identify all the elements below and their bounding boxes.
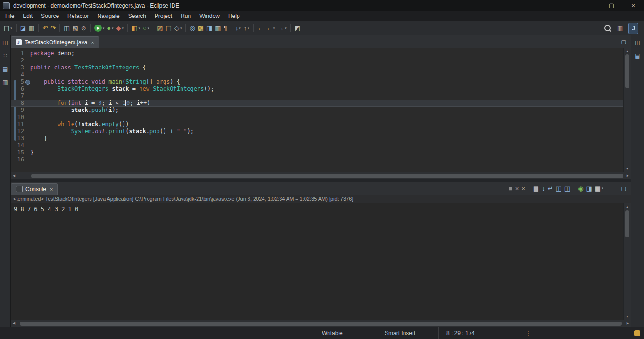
editor-hscrollbar[interactable]: ◀ ▶ bbox=[11, 172, 631, 179]
line-number[interactable]: 8 bbox=[11, 100, 24, 107]
line-number[interactable]: 7 bbox=[11, 93, 24, 100]
line-number[interactable]: 5 bbox=[11, 78, 24, 85]
scroll-down-icon[interactable]: ▼ bbox=[624, 166, 630, 172]
view-handle[interactable]: ∷ bbox=[3, 52, 7, 59]
line-number[interactable]: 1 bbox=[11, 50, 24, 57]
code-line[interactable]: 4 bbox=[11, 71, 623, 78]
open-console-button[interactable]: ▦▾ bbox=[594, 183, 604, 194]
code-line[interactable]: 11 while(!stack.empty()) bbox=[11, 121, 623, 128]
console-tab[interactable]: Console × bbox=[11, 183, 58, 195]
package-explorer-shortcut[interactable]: ▤ bbox=[2, 66, 8, 72]
new-wizard-button[interactable]: ▤▾ bbox=[3, 23, 13, 34]
line-number[interactable]: 14 bbox=[11, 142, 24, 149]
print-button[interactable]: ▦ bbox=[28, 23, 35, 34]
undo-button[interactable]: ↶ bbox=[41, 23, 49, 34]
debug-button[interactable]: ●▾ bbox=[106, 23, 114, 34]
scroll-left-icon[interactable]: ◀ bbox=[11, 321, 17, 327]
open-perspective-button[interactable]: ▦ bbox=[616, 23, 624, 34]
java-search-button[interactable]: ◇▾ bbox=[173, 23, 183, 34]
menu-window[interactable]: Window bbox=[195, 12, 224, 20]
display-console-button[interactable]: ◨ bbox=[585, 183, 593, 194]
scroll-right-icon[interactable]: ▶ bbox=[625, 173, 631, 179]
scroll-up-icon[interactable]: ▲ bbox=[624, 48, 630, 54]
code-area[interactable]: 1package demo;23public class TestStackOf… bbox=[11, 48, 623, 172]
window-maximize-button[interactable]: ▢ bbox=[601, 0, 622, 11]
scroll-left-icon[interactable]: ◀ bbox=[11, 173, 17, 179]
restore-views-button[interactable]: ◫ bbox=[635, 39, 640, 46]
link-with-editor-button[interactable]: ◩ bbox=[294, 23, 301, 34]
console-vscrollbar[interactable]: ▲ ▼ bbox=[623, 203, 631, 320]
open-console-view-button[interactable]: ◫ bbox=[63, 23, 70, 34]
code-line[interactable]: 1package demo; bbox=[11, 50, 623, 57]
show-stderr-button[interactable]: ◫ bbox=[563, 183, 571, 194]
new-java-project-button[interactable]: ◧▾ bbox=[131, 23, 141, 34]
window-close-button[interactable]: × bbox=[622, 0, 644, 11]
code-line[interactable]: 5 public static void main(String[] args)… bbox=[11, 78, 623, 85]
editor-hscroll-thumb[interactable] bbox=[31, 174, 623, 178]
new-java-class-button[interactable]: ○▾ bbox=[142, 23, 150, 34]
code-line[interactable]: 14 bbox=[11, 142, 623, 149]
menu-navigate[interactable]: Navigate bbox=[93, 12, 124, 20]
code-line[interactable]: 6 StackOfIntegers stack = new StackOfInt… bbox=[11, 85, 623, 93]
console-vscroll-thumb[interactable] bbox=[625, 210, 629, 237]
open-type-button[interactable]: ◎ bbox=[189, 23, 196, 34]
scroll-down-icon[interactable]: ▼ bbox=[624, 314, 630, 320]
scroll-up-icon[interactable]: ▲ bbox=[624, 203, 630, 210]
line-number[interactable]: 2 bbox=[11, 57, 24, 64]
back-button[interactable]: ←▾ bbox=[265, 23, 276, 34]
previous-annotation-button[interactable]: ↑▾ bbox=[243, 23, 250, 34]
run-button[interactable]: ▶▾ bbox=[93, 23, 106, 34]
line-number[interactable]: 15 bbox=[11, 149, 24, 156]
line-number[interactable]: 9 bbox=[11, 107, 24, 114]
code-line[interactable]: 16 bbox=[11, 156, 623, 163]
line-number[interactable]: 10 bbox=[11, 114, 24, 121]
terminate-button[interactable]: ■ bbox=[508, 183, 513, 194]
mark-occurrences-button[interactable]: ▩ bbox=[197, 23, 205, 34]
show-view-grid-button[interactable]: ▥ bbox=[214, 23, 222, 34]
menu-project[interactable]: Project bbox=[150, 12, 176, 20]
editor-minimize-button[interactable]: — bbox=[610, 39, 615, 44]
search-button[interactable] bbox=[603, 23, 611, 34]
code-line[interactable]: 12 System.out.print(stack.pop() + " "); bbox=[11, 128, 623, 135]
code-line[interactable]: 15} bbox=[11, 149, 623, 156]
statusbar-overflow-icon[interactable]: ⋮ bbox=[526, 327, 531, 339]
menu-refactor[interactable]: Refactor bbox=[63, 12, 93, 20]
notification-icon[interactable] bbox=[634, 330, 640, 336]
remove-all-launches-button[interactable]: × bbox=[520, 183, 526, 194]
code-line[interactable]: 9 stack.push(i); bbox=[11, 107, 623, 114]
line-number[interactable]: 12 bbox=[11, 128, 24, 135]
menu-help[interactable]: Help bbox=[224, 12, 244, 20]
external-tools-button[interactable]: ▧ bbox=[72, 23, 79, 34]
editor-tab[interactable]: J TestStackOfIntegers.java × bbox=[11, 36, 99, 48]
open-resource-button[interactable]: ▤ bbox=[165, 23, 173, 34]
forward-button[interactable]: →▾ bbox=[277, 23, 288, 34]
menu-source[interactable]: Source bbox=[37, 12, 63, 20]
menu-edit[interactable]: Edit bbox=[18, 12, 37, 20]
console-maximize-button[interactable]: ▢ bbox=[621, 186, 626, 192]
line-number[interactable]: 13 bbox=[11, 135, 24, 142]
editor-tab-close-icon[interactable]: × bbox=[91, 40, 94, 45]
open-task-button[interactable]: ▨ bbox=[156, 23, 164, 34]
skip-breakpoints-button[interactable]: ⊘ bbox=[80, 23, 87, 34]
restore-views-button[interactable]: ◫ bbox=[2, 39, 8, 46]
editor-maximize-button[interactable]: ▢ bbox=[621, 39, 626, 45]
outline-shortcut[interactable]: ▤ bbox=[635, 52, 640, 59]
remove-launch-button[interactable]: × bbox=[514, 183, 520, 194]
redo-button[interactable]: ↷ bbox=[50, 23, 57, 34]
code-line[interactable]: 2 bbox=[11, 57, 623, 64]
line-number[interactable]: 11 bbox=[11, 121, 24, 128]
menu-file[interactable]: File bbox=[1, 12, 18, 20]
menu-run[interactable]: Run bbox=[176, 12, 195, 20]
console-hscroll-thumb[interactable] bbox=[20, 322, 622, 326]
editor-vscrollbar[interactable]: ▲ ▼ bbox=[623, 48, 631, 172]
pane-sash[interactable] bbox=[11, 179, 631, 182]
editor-vscroll-thumb[interactable] bbox=[625, 54, 629, 88]
line-number[interactable]: 6 bbox=[11, 85, 24, 93]
code-line[interactable]: 8 for(int i = 0; i < 10; i++) bbox=[11, 100, 623, 107]
line-number[interactable]: 3 bbox=[11, 64, 24, 71]
pin-console-button[interactable]: ◉ bbox=[577, 183, 584, 194]
scroll-right-icon[interactable]: ▶ bbox=[625, 321, 631, 327]
console-tab-close-icon[interactable]: × bbox=[50, 186, 53, 192]
console-hscrollbar[interactable]: ◀ ▶ bbox=[11, 320, 631, 327]
show-stdout-button[interactable]: ◫ bbox=[555, 183, 562, 194]
